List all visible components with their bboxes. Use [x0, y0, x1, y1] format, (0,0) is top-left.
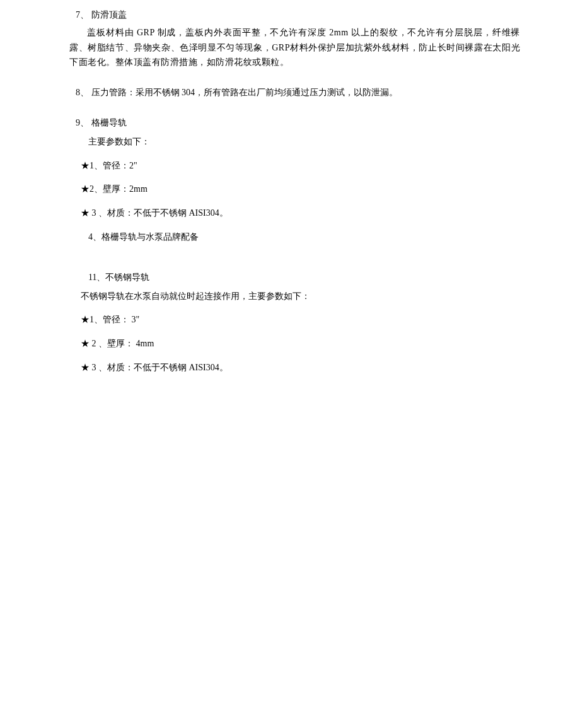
- section-9-param-1: ★1、管径：2": [69, 158, 520, 173]
- section-7-body: 盖板材料由 GRP 制成，盖板内外表面平整，不允许有深度 2mm 以上的裂纹，不…: [69, 25, 520, 70]
- section-11-title: 11、不锈钢导轨: [69, 270, 520, 285]
- section-9-intro: 主要参数如下：: [69, 134, 520, 150]
- section-11-param-2: ★ 2 、壁厚： 4mm: [69, 336, 520, 351]
- section-11-intro: 不锈钢导轨在水泵自动就位时起连接作用，主要参数如下：: [69, 289, 520, 304]
- document-page: 7、 防滑顶盖 盖板材料由 GRP 制成，盖板内外表面平整，不允许有深度 2mm…: [0, 0, 580, 394]
- section-11-param-3: ★ 3 、材质：不低于不锈钢 AISI304。: [69, 360, 520, 375]
- section-7-title: 7、 防滑顶盖: [69, 8, 520, 23]
- section-9-param-3: ★ 3 、材质：不低于不锈钢 AISI304。: [69, 206, 520, 221]
- section-9-param-4: 4、格栅导轨与水泵品牌配备: [69, 230, 520, 245]
- section-11-param-1: ★1、管径： 3": [69, 312, 520, 327]
- section-9-title: 9、 格栅导轨: [69, 115, 520, 131]
- section-9-param-2: ★2、壁厚：2mm: [69, 182, 520, 197]
- section-8-title: 8、 压力管路：采用不锈钢 304，所有管路在出厂前均须通过压力测试，以防泄漏。: [69, 85, 520, 100]
